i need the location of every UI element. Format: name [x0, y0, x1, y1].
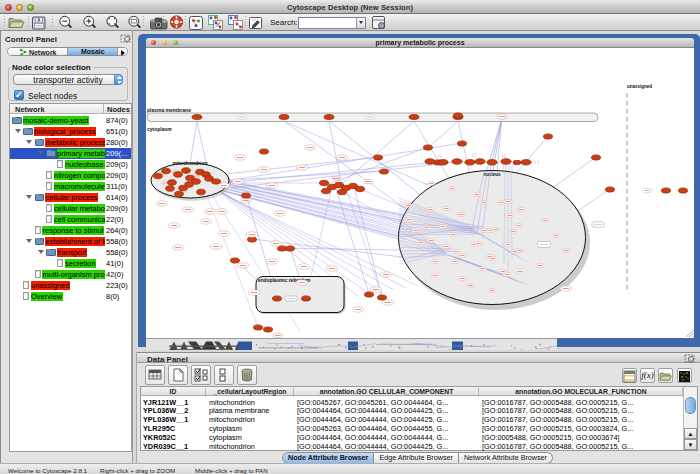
svg-text:cytoplasm: cytoplasm	[147, 125, 172, 131]
svg-text:unassigned: unassigned	[627, 83, 652, 88]
svg-text:[..]: [..]	[502, 154, 506, 158]
svg-text:[..]: [..]	[438, 153, 442, 157]
svg-text:[..]: [..]	[472, 152, 476, 156]
svg-text:[..]: [..]	[535, 160, 539, 164]
svg-text:mitochondrion: mitochondrion	[173, 160, 208, 166]
svg-text:plasma membrane: plasma membrane	[147, 106, 191, 112]
